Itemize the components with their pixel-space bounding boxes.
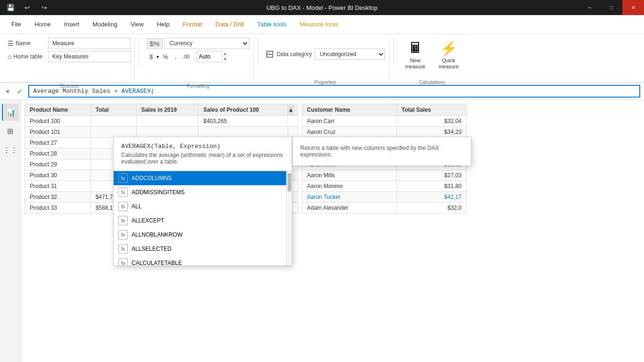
title-bar: 💾 ↩ ↪ UBG to DAX - Model - Power BI Desk… bbox=[0, 0, 644, 15]
format-top: $% Currency bbox=[147, 38, 249, 49]
ribbon: ☰ Name ⌂ Home table Key Measures Structu… bbox=[0, 34, 644, 83]
col-product-name: Product Name bbox=[25, 104, 91, 116]
col-total-sales: Total Sales bbox=[396, 104, 466, 116]
properties-label: Properties bbox=[314, 80, 336, 85]
save-icon[interactable]: 💾 bbox=[4, 1, 17, 14]
currency-symbol-icon: $% bbox=[147, 38, 163, 49]
ac-item-allnoblankrow[interactable]: fx ALLNOBLANKROW bbox=[114, 228, 286, 242]
home-table-row: ⌂ Home table Key Measures bbox=[8, 51, 131, 62]
product-name-cell: Product 31 bbox=[25, 181, 91, 192]
ac-item-addcolumns[interactable]: fx ADDCOLUMNS bbox=[114, 171, 286, 185]
new-measure-btn[interactable]: 🖩 Newmeasure bbox=[401, 38, 429, 71]
name-row: ☰ Name bbox=[8, 38, 131, 49]
sales2019-cell bbox=[136, 116, 198, 127]
new-measure-icon: 🖩 bbox=[406, 39, 425, 58]
minimize-btn[interactable]: ─ bbox=[579, 0, 601, 15]
ac-tooltip-desc: Calculates the average (arithmetic mean)… bbox=[121, 152, 284, 165]
new-measure-label: Newmeasure bbox=[405, 58, 425, 70]
ac-right-panel: Returns a table with new columns specifi… bbox=[292, 137, 471, 166]
menu-file[interactable]: File bbox=[5, 17, 28, 32]
menu-view[interactable]: View bbox=[124, 17, 150, 32]
menu-home[interactable]: Home bbox=[28, 17, 58, 32]
menu-format[interactable]: Format bbox=[176, 17, 209, 32]
ac-item-all[interactable]: fx ALL bbox=[114, 199, 286, 214]
calculations-label: Calculations bbox=[419, 80, 445, 85]
table-row: Product 101 bbox=[25, 127, 298, 138]
ac-label-addcolumns: ADDCOLUMNS bbox=[132, 175, 172, 181]
comma-btn[interactable]: , bbox=[172, 52, 179, 61]
percent-btn[interactable]: % bbox=[160, 52, 171, 62]
sales100-cell: $403,265 bbox=[198, 116, 288, 127]
formula-text: Average Monthly Sales = bbox=[33, 88, 121, 95]
dropdown-arrow[interactable]: ▾ bbox=[157, 54, 159, 59]
divider-1 bbox=[139, 38, 139, 66]
table-row: Aaron Carr $32,04 bbox=[302, 116, 467, 127]
home-table-label: ⌂ Home table bbox=[8, 53, 45, 60]
total-cell bbox=[91, 116, 136, 127]
fx-icon-addmissingitems: fx bbox=[118, 188, 128, 197]
sidebar-icon-report[interactable]: 📊 bbox=[2, 104, 19, 121]
home-table-dropdown[interactable]: Key Measures bbox=[48, 51, 131, 62]
sidebar-icon-data[interactable]: ⊞ bbox=[2, 123, 19, 140]
spinner-down[interactable]: ▼ bbox=[223, 57, 227, 62]
field-group: ☰ Name ⌂ Home table Key Measures bbox=[8, 38, 131, 62]
dc-dropdown[interactable]: Uncategorized bbox=[314, 49, 385, 60]
quick-measure-btn[interactable]: ⚡ Quickmeasure bbox=[435, 38, 462, 71]
menu-modeling[interactable]: Modeling bbox=[86, 17, 124, 32]
col-scrollbar: ▲ bbox=[288, 104, 298, 116]
autocomplete-popup: AVERAGEX(Table, Expression) Calculates t… bbox=[113, 137, 292, 266]
ribbon-formatting-group: $% Currency $ ▾ % , .00 ▲ ▼ Formatting bbox=[143, 38, 254, 80]
ribbon-properties-group: ⊟ Data category Uncategorized Properties bbox=[262, 38, 390, 80]
table-row: Aaron Tucker $41,17 bbox=[302, 192, 467, 203]
spinner-up[interactable]: ▲ bbox=[223, 51, 227, 57]
close-btn[interactable]: ✕ bbox=[622, 0, 644, 15]
ac-item-allexcept[interactable]: fx ALLEXCEPT bbox=[114, 214, 286, 228]
ac-label-all: ALL bbox=[132, 203, 141, 210]
maximize-btn[interactable]: □ bbox=[601, 0, 622, 15]
app-title: UBG to DAX - Model - Power BI Desktop bbox=[266, 4, 378, 11]
content-area: AVERAGEX(Table, Expression) Calculates t… bbox=[21, 100, 644, 362]
formula-confirm-btn[interactable]: ✓ bbox=[15, 87, 25, 96]
table-row: Adam Alexander $32,0 bbox=[302, 203, 467, 214]
dollar-btn[interactable]: $ bbox=[147, 52, 156, 62]
table-row: Aaron Cruz $34,23 bbox=[302, 127, 467, 138]
formula-cancel-btn[interactable]: × bbox=[4, 87, 11, 96]
menu-help[interactable]: Help bbox=[150, 17, 176, 32]
ac-item-allselected[interactable]: fx ALLSELECTED bbox=[114, 242, 286, 256]
home-table-icon: ⌂ bbox=[8, 53, 11, 60]
menu-measure-tools[interactable]: Measure tools bbox=[293, 17, 345, 32]
empty-cell bbox=[288, 116, 298, 127]
menu-table-tools[interactable]: Table tools bbox=[250, 17, 293, 32]
ac-scrollbar[interactable] bbox=[286, 171, 292, 265]
fx-icon-calculatetable: fx bbox=[118, 258, 128, 265]
col-sales-product100: Sales of Product 100 bbox=[198, 104, 288, 116]
col-sales-2019: Sales in 2019 bbox=[136, 104, 198, 116]
currency-dropdown[interactable]: Currency bbox=[165, 38, 249, 49]
spinner[interactable]: ▲ ▼ bbox=[223, 51, 227, 62]
decimal-btn[interactable]: .00 bbox=[180, 53, 192, 61]
undo-icon[interactable]: ↩ bbox=[21, 1, 34, 14]
formatting-label: Formatting bbox=[187, 83, 209, 89]
fx-icon-allexcept: fx bbox=[118, 216, 128, 225]
divider-2 bbox=[257, 38, 258, 66]
ac-list: fx ADDCOLUMNS fx ADDMISSINGITEMS fx ALL … bbox=[114, 171, 292, 265]
product-name-cell: Product 100 bbox=[25, 116, 91, 127]
menu-insert[interactable]: Insert bbox=[58, 17, 86, 32]
redo-icon[interactable]: ↪ bbox=[38, 1, 51, 14]
fx-icon-all: fx bbox=[118, 202, 128, 211]
col-customer-name: Customer Name bbox=[302, 104, 397, 116]
table-row: Aaron Moreno $31,80 bbox=[302, 181, 467, 192]
sidebar-icon-model[interactable]: ⋮⋮ bbox=[2, 141, 19, 158]
product-name-cell: Product 30 bbox=[25, 170, 91, 181]
ac-item-addmissingitems[interactable]: fx ADDMISSINGITEMS bbox=[114, 185, 286, 199]
ac-item-calculatetable[interactable]: fx CALCULATETABLE bbox=[114, 256, 286, 265]
table-row: Aaron Mills $27,03 bbox=[302, 170, 467, 181]
auto-input[interactable] bbox=[197, 51, 223, 62]
formula-input[interactable]: Average Monthly Sales = AVERAGEX( bbox=[28, 85, 640, 98]
name-input[interactable] bbox=[48, 38, 131, 49]
ac-label-allselected: ALLSELECTED bbox=[132, 246, 172, 252]
ac-tooltip-title: AVERAGEX(Table, Expression) bbox=[121, 143, 284, 150]
divider-3 bbox=[393, 38, 394, 66]
ac-right-text: Returns a table with new columns specifi… bbox=[300, 145, 439, 158]
menu-data-drill[interactable]: Data / Drill bbox=[209, 17, 251, 32]
